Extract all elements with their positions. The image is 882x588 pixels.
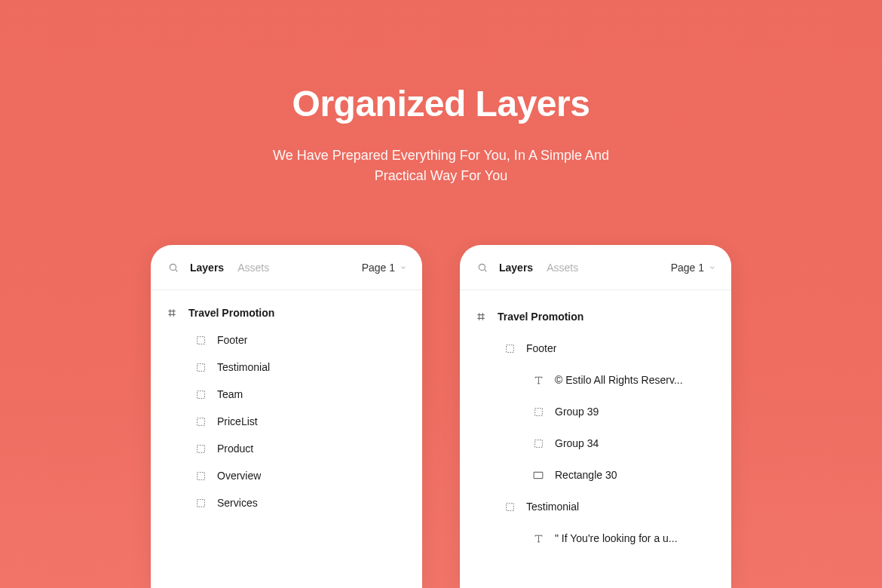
layer-row-root[interactable]: Travel Promotion xyxy=(460,301,731,332)
layer-label: Footer xyxy=(217,334,247,346)
search-icon[interactable] xyxy=(166,260,181,275)
group-icon xyxy=(504,501,516,513)
layer-row[interactable]: Rectangle 30 xyxy=(460,459,731,491)
tab-layers[interactable]: Layers xyxy=(499,262,533,274)
panel-header: Layers Assets Page 1 xyxy=(151,245,422,290)
layer-label: Footer xyxy=(526,342,556,354)
layer-label: Travel Promotion xyxy=(498,311,583,323)
page-selector-label: Page 1 xyxy=(671,262,704,274)
layer-label: Services xyxy=(217,497,258,509)
tab-layers[interactable]: Layers xyxy=(190,262,224,274)
svg-rect-6 xyxy=(197,336,204,344)
layer-row-root[interactable]: Travel Promotion xyxy=(151,299,422,326)
group-icon xyxy=(532,406,544,418)
text-icon xyxy=(532,374,544,386)
layer-row[interactable]: " If You're looking for a u... xyxy=(460,522,731,554)
page-selector-label: Page 1 xyxy=(362,262,395,274)
tab-assets[interactable]: Assets xyxy=(237,262,269,274)
hero: Organized Layers We Have Prepared Everyt… xyxy=(0,0,882,186)
panel-header: Layers Assets Page 1 xyxy=(460,245,731,290)
group-icon xyxy=(194,497,207,509)
svg-rect-10 xyxy=(197,445,204,452)
layer-row[interactable]: Product xyxy=(151,435,422,462)
svg-rect-19 xyxy=(506,345,513,352)
tab-assets[interactable]: Assets xyxy=(547,262,578,274)
frame-icon xyxy=(166,307,178,319)
page-selector[interactable]: Page 1 xyxy=(362,262,407,274)
search-icon[interactable] xyxy=(475,260,490,275)
svg-line-1 xyxy=(176,269,178,271)
svg-rect-12 xyxy=(197,499,204,507)
layer-label: Group 39 xyxy=(555,406,599,418)
group-icon xyxy=(532,437,544,449)
layer-label: Testimonial xyxy=(217,361,270,373)
svg-point-13 xyxy=(479,264,485,270)
layer-label: " If You're looking for a u... xyxy=(555,532,678,544)
svg-rect-8 xyxy=(197,390,204,398)
layer-row[interactable]: Footer xyxy=(460,332,731,364)
layer-row[interactable]: PriceList xyxy=(151,408,422,435)
group-icon xyxy=(504,342,516,354)
group-icon xyxy=(194,415,207,427)
layer-label: Testimonial xyxy=(526,501,579,513)
chevron-down-icon xyxy=(709,264,716,271)
layer-label: Rectangle 30 xyxy=(555,469,617,481)
hero-title: Organized Layers xyxy=(0,83,882,124)
layer-label: Team xyxy=(217,388,243,400)
svg-rect-9 xyxy=(197,418,204,425)
text-icon xyxy=(532,532,544,544)
layer-row[interactable]: Overview xyxy=(151,462,422,489)
group-icon xyxy=(194,388,207,400)
layer-row[interactable]: © Estilo All Rights Reserv... xyxy=(460,364,731,396)
group-icon xyxy=(194,361,207,373)
layer-row[interactable]: Group 34 xyxy=(460,427,731,459)
group-icon xyxy=(194,443,207,455)
svg-point-0 xyxy=(170,264,176,270)
layer-row[interactable]: Testimonial xyxy=(460,491,731,522)
layer-row[interactable]: Team xyxy=(151,381,422,408)
group-icon xyxy=(194,470,207,482)
svg-rect-25 xyxy=(506,503,513,510)
svg-rect-22 xyxy=(534,408,542,415)
frame-icon xyxy=(475,311,487,323)
layers-panel-expanded: Layers Assets Page 1 Travel Promotion Fo… xyxy=(460,245,731,588)
group-icon xyxy=(194,334,207,346)
layer-label: Overview xyxy=(217,470,261,482)
page-selector[interactable]: Page 1 xyxy=(671,262,716,274)
layer-row[interactable]: Services xyxy=(151,489,422,516)
svg-rect-23 xyxy=(534,439,542,447)
rectangle-icon xyxy=(532,469,544,481)
hero-subtitle: We Have Prepared Everything For You, In … xyxy=(0,145,882,186)
layer-row[interactable]: Footer xyxy=(151,326,422,354)
layer-row[interactable]: Group 39 xyxy=(460,396,731,427)
svg-rect-24 xyxy=(534,472,543,478)
layer-label: Product xyxy=(217,443,253,455)
svg-rect-7 xyxy=(197,363,204,371)
svg-line-14 xyxy=(485,269,487,271)
chevron-down-icon xyxy=(400,264,407,271)
layer-label: Travel Promotion xyxy=(188,307,274,319)
layer-row[interactable]: Testimonial xyxy=(151,354,422,381)
layer-list: Travel Promotion Footer© Estilo All Righ… xyxy=(460,290,731,569)
panels: Layers Assets Page 1 Travel Promotion Fo… xyxy=(0,245,882,588)
layers-panel-collapsed: Layers Assets Page 1 Travel Promotion Fo… xyxy=(151,245,422,588)
layer-label: PriceList xyxy=(217,415,258,427)
layer-label: Group 34 xyxy=(555,437,599,449)
svg-rect-11 xyxy=(197,472,204,479)
layer-label: © Estilo All Rights Reserv... xyxy=(555,374,683,386)
layer-list: Travel Promotion FooterTestimonialTeamPr… xyxy=(151,290,422,531)
